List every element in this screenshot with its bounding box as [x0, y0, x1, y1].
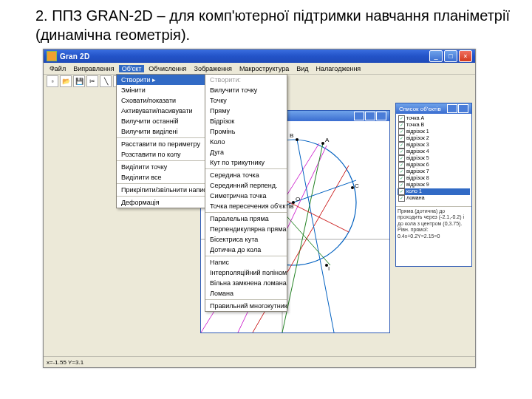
- dd-item-2[interactable]: Сховати/показати: [117, 95, 205, 106]
- checkbox-icon[interactable]: ✓: [398, 115, 405, 122]
- menu-5[interactable]: Макроструктура: [236, 65, 292, 72]
- panel-title: Список об'єктів: [399, 106, 441, 112]
- maximize-button[interactable]: □: [444, 50, 457, 62]
- submenu-item-11[interactable]: Серединний перпенд.: [205, 180, 287, 191]
- submenu-item-2[interactable]: Точку: [205, 95, 287, 106]
- minimize-button[interactable]: _: [429, 50, 443, 62]
- dd-item-0[interactable]: Створити ▸: [117, 75, 205, 85]
- submenu-item-25[interactable]: Правильний многокутник: [205, 301, 287, 311]
- submenu-item-17[interactable]: Бісектриса кута: [205, 234, 287, 245]
- checkbox-icon[interactable]: ✓: [398, 142, 405, 149]
- submenu-item-20[interactable]: Напис: [205, 257, 287, 267]
- object-row-1[interactable]: ✓точка B: [398, 122, 470, 129]
- object-row-10[interactable]: ✓відрізок 9: [398, 182, 470, 188]
- object-row-9[interactable]: ✓відрізок 8: [398, 175, 470, 182]
- checkbox-icon[interactable]: ✓: [398, 122, 405, 129]
- submenu-item-13[interactable]: Точка пересечения об'єктів: [205, 201, 287, 211]
- checkbox-icon[interactable]: ✓: [398, 182, 405, 188]
- object-info: Пряма (дотична) до проходить через (-2.1…: [396, 206, 471, 241]
- submenu-item-12[interactable]: Симетрична точка: [205, 191, 287, 201]
- canvas-close-icon[interactable]: [376, 112, 386, 120]
- submenu-item-22[interactable]: Вільна замкнена ломана: [205, 278, 287, 288]
- canvas-min-icon[interactable]: [354, 112, 364, 120]
- object-label: відрізок 3: [406, 142, 429, 149]
- submenu-item-1[interactable]: Вилучити точку: [205, 85, 287, 95]
- submenu-item-7[interactable]: Дуга: [205, 147, 287, 157]
- menu-4[interactable]: Зображення: [191, 65, 235, 72]
- panel-close-icon[interactable]: [458, 104, 468, 113]
- object-row-0[interactable]: ✓точка A: [398, 115, 470, 122]
- menubar[interactable]: ФайлВиправленняОб'єктОбчисленняЗображенн…: [44, 63, 475, 75]
- object-row-6[interactable]: ✓відрізок 5: [398, 155, 470, 162]
- submenu-item-23[interactable]: Ломана: [205, 288, 287, 299]
- dd-item-3[interactable]: Активувати/пасивувати: [117, 106, 205, 116]
- dd-item-13[interactable]: Прикріпити/звільнити напис: [117, 185, 205, 195]
- object-label: ломана: [406, 195, 425, 202]
- object-row-5[interactable]: ✓відрізок 4: [398, 149, 470, 155]
- main-titlebar: Gran 2D _ □ ×: [44, 50, 475, 63]
- dd-item-1[interactable]: Змінити: [117, 85, 205, 95]
- dd-item-10[interactable]: Виділити точку: [117, 162, 205, 172]
- checkbox-icon[interactable]: ✓: [398, 195, 405, 202]
- panel-min-icon[interactable]: [447, 104, 457, 113]
- svg-line-5: [282, 143, 323, 332]
- object-label: відрізок 5: [406, 155, 429, 162]
- checkbox-icon[interactable]: ✓: [398, 162, 405, 168]
- menu-1[interactable]: Виправлення: [70, 65, 117, 72]
- submenu-item-16[interactable]: Перпендикулярна пряма: [205, 224, 287, 234]
- caption-text: 2. ППЗ GRAN-2D – для комп'ютерної підтри…: [0, 0, 532, 49]
- canvas-max-icon[interactable]: [365, 112, 375, 120]
- menu-7[interactable]: Налагодження: [313, 65, 364, 72]
- object-label: відрізок 9: [406, 182, 429, 188]
- object-label: коло 1: [406, 188, 422, 195]
- object-row-2[interactable]: ✓відрізок 1: [398, 129, 470, 135]
- submenu-item-3[interactable]: Пряму: [205, 106, 287, 116]
- submenu-item-18[interactable]: Дотична до кола: [205, 245, 287, 255]
- close-button[interactable]: ×: [459, 50, 472, 62]
- checkbox-icon[interactable]: ✓: [398, 168, 405, 175]
- object-row-12[interactable]: ✓ломана: [398, 195, 470, 202]
- cut-icon[interactable]: ✂: [86, 75, 98, 87]
- checkbox-icon[interactable]: ✓: [398, 129, 405, 135]
- submenu-item-21[interactable]: Інтерполяційний поліном: [205, 267, 287, 278]
- create-submenu[interactable]: Створити:Вилучити точкуТочкуПрямуВідрізо…: [205, 74, 287, 312]
- svg-text:I: I: [328, 265, 330, 272]
- menu-0[interactable]: Файл: [47, 65, 69, 72]
- checkbox-icon[interactable]: ✓: [398, 155, 405, 162]
- object-row-11[interactable]: ✓коло 1: [398, 188, 470, 195]
- dd-item-5[interactable]: Вилучити виділені: [117, 126, 205, 137]
- checkbox-icon[interactable]: ✓: [398, 188, 405, 195]
- open-icon[interactable]: 📂: [60, 75, 72, 87]
- submenu-item-4[interactable]: Відрізок: [205, 116, 287, 126]
- object-list[interactable]: ✓точка A✓точка B✓відрізок 1✓відрізок 2✓в…: [396, 114, 471, 203]
- menu-2[interactable]: Об'єкт: [119, 65, 145, 72]
- object-label: відрізок 4: [406, 149, 429, 155]
- dd-item-8[interactable]: Розставити по колу: [117, 149, 205, 160]
- object-row-8[interactable]: ✓відрізок 7: [398, 168, 470, 175]
- submenu-item-5[interactable]: Промінь: [205, 126, 287, 137]
- checkbox-icon[interactable]: ✓: [398, 175, 405, 182]
- new-icon[interactable]: ▫: [47, 75, 58, 87]
- submenu-item-6[interactable]: Коло: [205, 137, 287, 147]
- submenu-item-10[interactable]: Середина точка: [205, 170, 287, 180]
- submenu-item-15[interactable]: Паралельна пряма: [205, 214, 287, 224]
- menu-6[interactable]: Вид: [293, 65, 311, 72]
- svg-text:B: B: [290, 132, 293, 139]
- save-icon[interactable]: 💾: [73, 75, 85, 87]
- dd-item-11[interactable]: Виділити все: [117, 172, 205, 183]
- object-row-7[interactable]: ✓відрізок 6: [398, 162, 470, 168]
- checkbox-icon[interactable]: ✓: [398, 135, 405, 142]
- line-icon[interactable]: ╲: [100, 75, 112, 87]
- object-row-3[interactable]: ✓відрізок 2: [398, 135, 470, 142]
- dd-item-15[interactable]: Деформація: [117, 197, 205, 208]
- dd-item-7[interactable]: Расставити по периметру: [117, 139, 205, 149]
- menu-3[interactable]: Обчислення: [146, 65, 189, 72]
- submenu-item-0: Створити:: [205, 75, 287, 85]
- checkbox-icon[interactable]: ✓: [398, 149, 405, 155]
- submenu-item-8[interactable]: Кут по трикутнику: [205, 157, 287, 168]
- object-menu-dropdown[interactable]: Створити ▸ЗмінитиСховати/показатиАктивув…: [116, 74, 206, 208]
- object-label: точка B: [406, 122, 424, 129]
- object-row-4[interactable]: ✓відрізок 3: [398, 142, 470, 149]
- dd-item-4[interactable]: Вилучити останній: [117, 116, 205, 126]
- panel-titlebar[interactable]: Список об'єктів: [396, 103, 471, 114]
